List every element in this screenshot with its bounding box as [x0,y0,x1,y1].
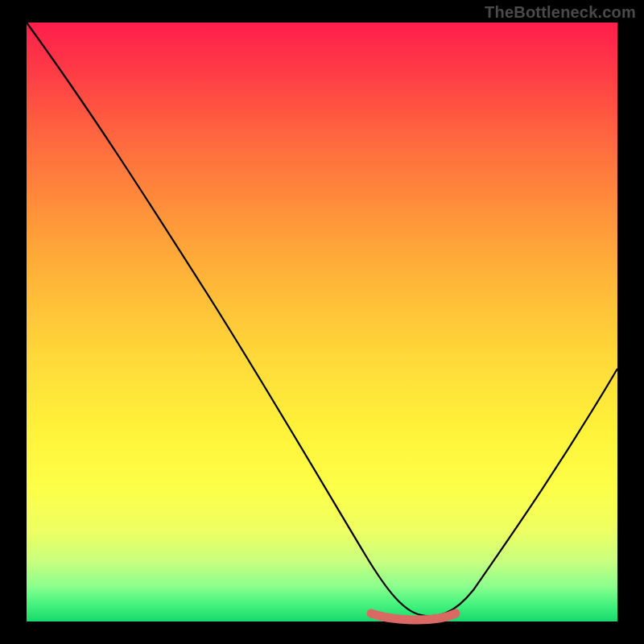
chart-frame: TheBottleneck.com [0,0,644,644]
plot-gradient-background [27,23,617,621]
sweet-spot-band [371,613,456,620]
chart-svg [27,23,617,621]
watermark-text: TheBottleneck.com [485,3,636,22]
bottleneck-curve [27,23,617,616]
